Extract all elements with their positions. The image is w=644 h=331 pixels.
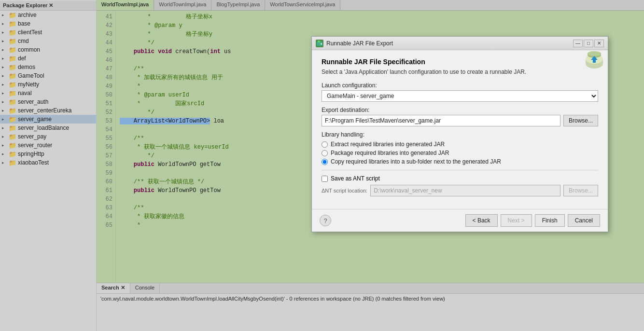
svg-point-8 [588, 51, 601, 56]
cancel-button[interactable]: Cancel [568, 214, 600, 227]
export-dest-row: Export destination: Browse... [322, 107, 598, 126]
ant-location-input [370, 185, 560, 196]
launch-config-label: Launch configuration: [322, 82, 598, 89]
next-button: Next > [501, 214, 532, 227]
radio-copy: Copy required libraries into a sub-folde… [322, 158, 598, 165]
divider [322, 170, 598, 170]
dialog-overlay: Runnable JAR File Export — □ ✕ [0, 0, 644, 331]
ant-location-row: ΔNT script location: Browse... [322, 185, 598, 196]
ant-script-checkbox[interactable] [322, 176, 328, 182]
dialog-heading: Runnable JAR File Specification [322, 58, 598, 66]
export-dest-input[interactable] [322, 115, 560, 126]
export-dest-input-row: Browse... [322, 115, 598, 126]
dialog-subtext: Select a 'Java Application' launch confi… [322, 69, 598, 75]
radio-package: Package required libraries into generate… [322, 150, 598, 156]
ant-browse-button: Browse... [563, 185, 598, 196]
dialog-title-icon [316, 40, 323, 47]
launch-config-row: Launch configuration: GameMain - server_… [322, 82, 598, 102]
ant-script-checkbox-row: Save as ANT script [322, 175, 598, 182]
ant-script-row: Save as ANT script ΔNT script location: … [322, 175, 598, 196]
svg-rect-1 [318, 41, 320, 42]
ant-location-prefix: ΔNT script location: [322, 188, 367, 193]
export-browse-button[interactable]: Browse... [563, 115, 598, 126]
finish-button[interactable]: Finish [535, 214, 565, 227]
radio-package-label[interactable]: Package required libraries into generate… [331, 150, 449, 156]
radio-extract-label[interactable]: Extract required libraries into generate… [331, 141, 445, 148]
dialog-body: Runnable JAR File Specification Select a… [312, 50, 608, 209]
radio-copy-label[interactable]: Copy required libraries into a sub-folde… [331, 158, 501, 165]
radio-extract-input[interactable] [322, 141, 328, 148]
radio-copy-input[interactable] [322, 159, 328, 165]
export-dest-label: Export destination: [322, 107, 598, 113]
help-button[interactable]: ? [320, 215, 331, 226]
ant-script-label[interactable]: Save as ANT script [331, 175, 380, 182]
library-handling-row: Library handling: Extract required libra… [322, 131, 598, 165]
launch-config-select[interactable]: GameMain - server_game [322, 90, 598, 102]
radio-extract: Extract required libraries into generate… [322, 141, 598, 148]
runnable-jar-dialog: Runnable JAR File Export — □ ✕ [311, 36, 608, 232]
dialog-title-text: Runnable JAR File Export [326, 40, 573, 47]
svg-rect-10 [593, 60, 596, 63]
jar-icon-area [581, 45, 608, 73]
radio-package-input[interactable] [322, 150, 328, 156]
dialog-titlebar: Runnable JAR File Export — □ ✕ [312, 37, 608, 50]
launch-config-input-row: GameMain - server_game [322, 90, 598, 102]
library-handling-label: Library handling: [322, 131, 598, 138]
back-button[interactable]: < Back [465, 214, 498, 227]
dialog-footer: ? < Back Next > Finish Cancel [312, 209, 608, 232]
